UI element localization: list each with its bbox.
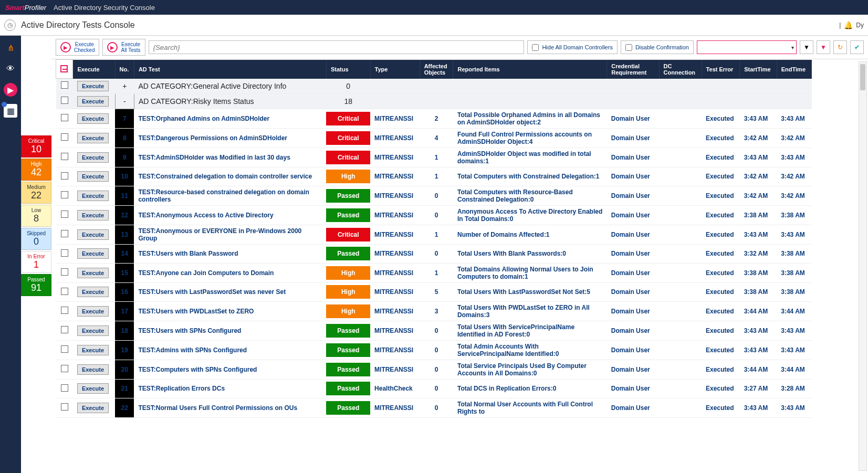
execute-button[interactable]: Execute	[77, 81, 109, 91]
end-time: 3:43 AM	[777, 340, 811, 360]
col-header[interactable]: EndTime	[777, 60, 811, 79]
topbar: SmartProfiler Active Directory Security …	[0, 0, 868, 15]
row-checkbox[interactable]	[61, 230, 68, 237]
row-checkbox[interactable]	[61, 211, 68, 218]
row-checkbox[interactable]	[61, 307, 68, 314]
nav-nodes-icon[interactable]: ⋔	[4, 41, 17, 55]
affected-objects: 0	[420, 340, 453, 360]
row-checkbox[interactable]	[61, 191, 68, 198]
filter-icon[interactable]: ▼	[800, 40, 813, 54]
row-checkbox[interactable]	[61, 268, 68, 276]
execute-button[interactable]: Execute	[77, 191, 109, 201]
status-badge: Passed	[326, 343, 370, 357]
header-checkbox[interactable]	[60, 65, 68, 72]
gauge-icon: ◷	[4, 19, 16, 31]
nav-eye-icon[interactable]: 👁	[4, 62, 17, 76]
nav-play-icon[interactable]: ▶	[4, 83, 17, 97]
execute-button[interactable]: Execute	[77, 113, 109, 124]
status-badge: Passed	[326, 382, 370, 395]
col-header[interactable]	[56, 60, 73, 79]
row-checkbox[interactable]	[61, 403, 68, 411]
stat-critical: Critical10	[21, 135, 51, 157]
col-header[interactable]: Reported Items	[453, 60, 607, 79]
execute-button[interactable]: Execute	[77, 210, 109, 220]
hide-dc-checkbox[interactable]: Hide All Domain Controllers	[527, 40, 618, 54]
execute-button[interactable]: Execute	[77, 152, 109, 163]
col-header[interactable]: StartTime	[740, 60, 777, 79]
row-checkbox[interactable]	[61, 288, 68, 295]
execute-button[interactable]: Execute	[77, 306, 109, 317]
row-number: 10	[115, 167, 134, 186]
execute-checked-button[interactable]: ▶ Execute Checked	[56, 39, 99, 56]
test-type: HealthCheck	[370, 379, 420, 398]
row-checkbox[interactable]	[61, 133, 68, 141]
start-time: 3:42 AM	[740, 128, 777, 148]
expand-toggle[interactable]: +	[115, 79, 134, 94]
check-icon[interactable]: ✔	[850, 40, 864, 54]
row-checkbox[interactable]	[61, 172, 68, 180]
execute-button[interactable]: Execute	[77, 248, 109, 259]
table-row: Execute13TEST:Anonymous or EVERYONE in P…	[56, 225, 812, 244]
execute-button[interactable]: Execute	[77, 325, 109, 336]
test-name: TEST:Constrained delegation to domain co…	[134, 167, 326, 186]
disable-confirm-checkbox[interactable]: Disable Confirmation	[621, 40, 694, 54]
execute-button[interactable]: Execute	[77, 229, 109, 240]
right-label: Dy	[856, 22, 864, 29]
row-checkbox[interactable]	[61, 114, 68, 121]
row-number: 20	[115, 360, 134, 379]
test-error: Executed	[702, 109, 740, 128]
row-checkbox[interactable]	[61, 345, 68, 353]
execute-button[interactable]: Execute	[77, 383, 109, 394]
affected-objects: 2	[420, 109, 453, 128]
execute-button[interactable]: Execute	[77, 403, 109, 413]
credential-requirement: Domain User	[607, 205, 659, 225]
stat-medium: Medium22	[21, 182, 51, 204]
row-checkbox[interactable]	[61, 97, 68, 104]
dc-connection	[659, 205, 702, 225]
row-checkbox[interactable]	[61, 326, 68, 333]
col-header[interactable]: Credential Requirement	[607, 60, 659, 79]
stat-label: High	[22, 161, 51, 167]
row-number: 22	[115, 398, 134, 417]
col-header[interactable]: Type	[370, 60, 420, 79]
table-row: Execute22TEST:Normal Users Full Control …	[56, 398, 812, 417]
col-header[interactable]: Status	[326, 60, 370, 79]
execute-all-button[interactable]: ▶ Execute All Tests	[102, 39, 145, 56]
start-time: 3:43 AM	[740, 340, 777, 360]
stats-panel: Critical10High42Medium22Low8Skipped0In E…	[21, 36, 51, 473]
execute-button[interactable]: Execute	[77, 345, 109, 355]
execute-button[interactable]: Execute	[77, 364, 109, 375]
execute-button[interactable]: Execute	[77, 287, 109, 297]
start-time: 3:43 AM	[740, 225, 777, 244]
row-checkbox[interactable]	[61, 81, 68, 89]
grid-container: ExecuteNo.AD TestStatusTypeAffected Obje…	[51, 59, 868, 473]
col-header[interactable]: DC Connection	[659, 60, 702, 79]
execute-button[interactable]: Execute	[77, 268, 109, 278]
row-checkbox[interactable]	[61, 365, 68, 372]
expand-toggle[interactable]: -	[115, 93, 134, 109]
vertical-scrollbar[interactable]	[859, 61, 867, 471]
filter-pink-icon[interactable]: ▼	[817, 40, 830, 54]
disable-confirm-input[interactable]	[625, 44, 632, 51]
test-error: Executed	[702, 340, 740, 360]
search-input[interactable]	[149, 40, 525, 54]
nav-calendar-icon[interactable]: ▦	[4, 104, 17, 118]
execute-button[interactable]: Execute	[77, 96, 109, 107]
col-header[interactable]: Affected Objects	[420, 60, 453, 79]
filter-combo[interactable]: ▾	[697, 40, 797, 54]
bell-icon[interactable]: 🔔	[844, 21, 853, 29]
col-header[interactable]: No.	[115, 60, 134, 79]
execute-button[interactable]: Execute	[77, 133, 109, 143]
col-header[interactable]: Test Error	[702, 60, 740, 79]
table-row: Execute8TEST:Dangerous Permissions on Ad…	[56, 128, 812, 148]
col-header[interactable]: Execute	[73, 60, 115, 79]
row-checkbox[interactable]	[61, 384, 68, 392]
row-checkbox[interactable]	[61, 249, 68, 257]
scrollbar-thumb[interactable]	[860, 64, 865, 90]
row-checkbox[interactable]	[61, 153, 68, 160]
status-badge: Critical	[326, 131, 370, 145]
hide-dc-input[interactable]	[532, 44, 539, 51]
col-header[interactable]: AD Test	[134, 60, 326, 79]
execute-button[interactable]: Execute	[77, 171, 109, 182]
refresh-icon[interactable]: ↻	[833, 40, 847, 54]
